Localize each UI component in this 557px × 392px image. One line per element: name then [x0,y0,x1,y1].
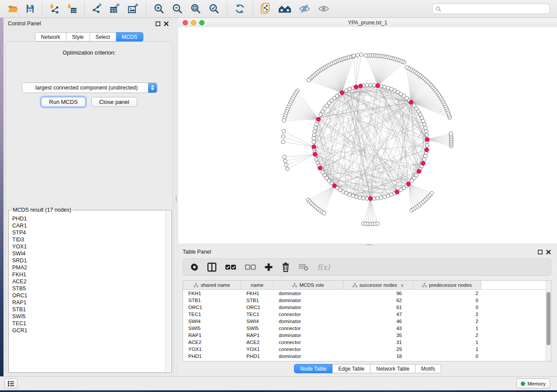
maximize-window-traffic-light[interactable] [199,20,204,25]
cell-successor_nodes: 31 [343,340,413,345]
minimize-window-traffic-light[interactable] [191,20,196,25]
first-neighbors-icon[interactable] [276,3,294,15]
cell-predecessor_nodes: 1 [413,347,481,352]
show-all-icon[interactable] [315,3,332,15]
mcds-result-item[interactable]: ORC1 [12,292,166,299]
select-all-icon[interactable] [225,264,236,270]
table-row[interactable]: TEC1TEC1connector472 [183,311,551,318]
mcds-result-item[interactable]: SWI4 [12,250,166,257]
close-window-traffic-light[interactable] [183,20,188,25]
mcds-result-item[interactable]: PMA2 [12,264,166,271]
mcds-result-item[interactable]: RAP1 [12,299,166,306]
cell-successor_nodes: 61 [343,305,413,310]
tab-mcds[interactable]: MCDS [116,32,143,41]
mcds-result-item[interactable]: CAR1 [12,222,166,229]
import-table-icon[interactable] [64,3,80,15]
toolbar-separator [42,2,42,15]
search-box[interactable] [432,3,550,14]
task-history-icon[interactable] [4,378,17,389]
table-row[interactable]: RAP1RAP1dominator352 [183,332,551,339]
tab-select[interactable]: Select [90,32,116,41]
table-panel-header: Table Panel [178,246,557,258]
table-row[interactable]: FKH1FKH1dominator962 [183,290,551,297]
cell-shared_name: PHD1 [183,354,241,359]
mcds-result-item[interactable]: STB1 [12,306,166,313]
run-mcds-button[interactable]: Run MCDS [41,97,86,107]
table-scrollbar[interactable] [546,281,551,361]
mcds-result-item[interactable]: ACE2 [12,278,166,285]
vertical-splitter[interactable] [175,18,178,376]
tab-network[interactable]: Network [35,32,66,41]
refresh-layout-icon[interactable] [232,2,248,15]
mcds-result-item[interactable]: YOX1 [12,243,166,250]
cell-mcds_role: dominator [273,305,343,310]
table-scrollbar-thumb[interactable] [547,292,550,345]
table-row[interactable]: ORC1ORC1dominator610 [183,304,551,311]
mcds-result-item[interactable]: PHD1 [12,215,166,222]
import-network-icon[interactable] [47,3,62,15]
tab-edge-table[interactable]: Edge Table [332,364,370,373]
table-row[interactable]: ACE2ACE2connector311 [183,339,551,346]
table-row[interactable]: PHD1PHD1dominator180 [183,353,551,360]
mcds-result-item[interactable]: SRD1 [12,257,166,264]
export-network-icon[interactable] [89,3,105,15]
close-panel-icon[interactable] [162,21,170,26]
network-window-title: YPA_prune.txt_1 [348,20,387,26]
criterion-dropdown[interactable]: largest connected component (undirected) [22,83,157,93]
network-canvas[interactable] [178,27,557,244]
mcds-result-item[interactable]: STB5 [12,285,166,292]
network-from-selection-icon[interactable] [257,2,274,16]
network-graph[interactable] [178,27,557,244]
network-window-titlebar[interactable]: YPA_prune.txt_1 [178,18,557,28]
mcds-result-item[interactable]: FKH1 [12,271,166,278]
column-header-predecessor-nodes[interactable]: predecessor nodes [413,281,481,289]
delete-column-icon[interactable] [281,262,290,272]
delete-table-icon[interactable] [298,263,309,271]
mcds-result-item[interactable]: STP4 [12,229,166,236]
table-row[interactable]: STB1STB1dominator620 [183,297,551,304]
deselect-all-icon[interactable] [245,264,256,270]
zoom-selected-icon[interactable] [206,2,222,15]
table-row[interactable]: YOX1YOX1connector291 [183,346,551,353]
close-panel-icon[interactable] [544,250,553,254]
tab-network-table[interactable]: Network Table [370,364,415,373]
column-header-MCDS-role[interactable]: MCDS role [273,281,343,289]
float-panel-icon[interactable] [536,250,544,254]
column-selector-icon[interactable] [207,262,217,272]
mcds-result-item[interactable]: GCR1 [12,327,166,334]
function-builder-icon[interactable]: f(x) [317,263,330,272]
zoom-fit-icon[interactable] [187,2,204,15]
mcds-result-item[interactable]: TID3 [12,236,166,243]
table-row[interactable]: SWI4SWI4dominator462 [183,318,551,325]
export-image-icon[interactable] [125,3,142,15]
save-icon[interactable] [23,3,38,14]
shared-column-icon [353,283,357,288]
mcds-result-group: MCDS result (17 nodes) PHD1CAR1STP4TID3Y… [8,210,172,373]
open-file-icon[interactable] [5,3,21,15]
hide-selected-icon[interactable] [296,3,313,15]
column-header-name[interactable]: name [241,281,273,289]
mcds-result-scrollbar[interactable] [165,211,170,371]
table-row[interactable]: SWI5SWI5connector431 [183,325,551,332]
float-panel-icon[interactable] [154,21,162,26]
mcds-result-item[interactable]: SWI5 [12,313,166,320]
zoom-in-icon[interactable] [151,2,167,15]
tab-style[interactable]: Style [66,32,90,41]
close-panel-button[interactable]: Close panel [91,97,137,107]
search-input[interactable] [443,5,550,12]
mcds-result-list[interactable]: PHD1CAR1STP4TID3YOX1SWI4SRD1PMA2FKH1ACE2… [9,213,166,371]
cell-successor_nodes: 43 [343,326,413,331]
table-settings-icon[interactable] [190,263,199,272]
column-header-successor-nodes[interactable]: successor nodes∨ [343,281,413,289]
optimization-criterion-label: Optimization criterion: [6,50,173,56]
mcds-result-item[interactable]: TEC1 [12,320,166,327]
main-toolbar [0,0,557,18]
add-column-icon[interactable] [264,263,273,272]
memory-button[interactable]: Memory [516,378,550,389]
export-table-icon[interactable] [107,3,123,15]
memory-label: Memory [527,381,546,386]
tab-motifs[interactable]: Motifs [415,364,441,373]
tab-node-table[interactable]: Node Table [294,364,333,373]
column-header-shared-name[interactable]: shared name [183,281,241,289]
zoom-out-icon[interactable] [169,2,186,15]
